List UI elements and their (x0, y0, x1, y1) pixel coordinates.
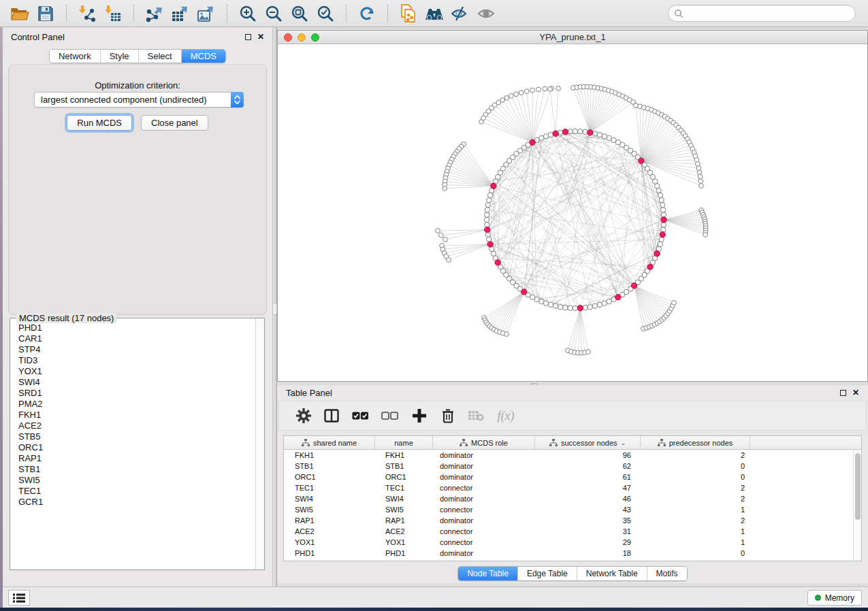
table-cell: 1 (641, 504, 750, 515)
criterion-value: largest connected component (undirected) (35, 95, 231, 105)
tab-select[interactable]: Select (138, 50, 181, 63)
import-table-button[interactable] (102, 3, 124, 24)
export-network-button[interactable] (144, 3, 165, 24)
result-node-item[interactable]: TID3 (11, 355, 255, 366)
result-node-item[interactable]: STB5 (11, 431, 255, 442)
table-scrollbar-thumb[interactable] (855, 453, 861, 520)
network-view[interactable] (278, 44, 867, 381)
hide-selected-button[interactable] (449, 3, 471, 24)
column-header-MCDS-role[interactable]: MCDS role (433, 436, 535, 449)
column-header-name[interactable]: name (375, 436, 433, 449)
zoom-out-button[interactable] (263, 3, 285, 24)
table-row[interactable]: RAP1RAP1dominator352 (284, 515, 853, 526)
table-settings-button[interactable] (290, 406, 317, 426)
close-panel-icon[interactable]: ✕ (852, 390, 859, 396)
select-all-button[interactable] (346, 406, 374, 426)
criterion-dropdown[interactable]: largest connected component (undirected) (34, 92, 244, 108)
search-field[interactable] (668, 5, 856, 22)
export-table-button[interactable] (170, 3, 191, 24)
table-cell: connector (433, 537, 535, 548)
result-node-item[interactable]: STB1 (11, 464, 255, 475)
deselect-all-button[interactable] (374, 406, 404, 426)
column-header-successor-nodes[interactable]: successor nodes⌄ (535, 436, 641, 449)
result-node-item[interactable]: PMA2 (11, 399, 255, 410)
result-node-item[interactable]: STP4 (11, 344, 255, 355)
table-cell: 0 (641, 461, 750, 472)
result-node-item[interactable]: SWI5 (11, 475, 255, 486)
zoom-selected-button[interactable] (315, 3, 336, 24)
column-header-predecessor-nodes[interactable]: predecessor nodes (641, 436, 750, 449)
tab-style[interactable]: Style (100, 50, 138, 63)
save-session-button[interactable] (35, 3, 57, 24)
float-panel-icon[interactable] (840, 390, 846, 396)
search-input[interactable] (684, 9, 850, 18)
result-node-item[interactable]: SRD1 (11, 388, 255, 399)
table-row[interactable]: ACE2ACE2connector311 (284, 526, 853, 537)
show-all-button[interactable] (475, 3, 497, 24)
toolbar-separator (227, 5, 227, 22)
table-row[interactable]: ORC1ORC1dominator610 (284, 472, 853, 482)
result-node-item[interactable]: RAP1 (11, 453, 255, 464)
delete-table-button[interactable] (462, 406, 490, 426)
table-row[interactable]: FKH1FKH1dominator962 (284, 450, 853, 461)
run-mcds-button[interactable]: Run MCDS (67, 115, 132, 131)
tab-motifs[interactable]: Motifs (647, 567, 687, 580)
table-row[interactable]: SWI4SWI4dominator462 (284, 493, 853, 504)
table-cell: dominator (433, 493, 535, 504)
table-cell: STB1 (375, 461, 433, 472)
table-row[interactable]: STB1STB1dominator620 (284, 461, 853, 472)
import-network-button[interactable] (76, 3, 98, 24)
close-panel-button[interactable]: Close panel (141, 115, 208, 131)
task-history-button[interactable] (8, 590, 30, 606)
mcds-result-group: MCDS result (17 nodes) PHD1CAR1STP4TID3Y… (10, 318, 265, 570)
tab-network-table[interactable]: Network Table (577, 567, 647, 580)
result-node-item[interactable]: SWI4 (11, 377, 255, 388)
minimize-window-icon[interactable] (298, 33, 306, 42)
tab-mcds[interactable]: MCDS (181, 50, 225, 63)
network-titlebar[interactable]: YPA_prune.txt_1 (278, 31, 867, 44)
close-panel-icon[interactable]: ✕ (257, 34, 264, 40)
open-file-button[interactable] (9, 3, 31, 24)
first-neighbors-button[interactable] (423, 3, 445, 24)
table-row[interactable]: TEC1TEC1connector472 (284, 482, 853, 493)
table-cell: 2 (641, 515, 750, 526)
result-node-item[interactable]: YOX1 (11, 366, 255, 377)
result-node-item[interactable]: FKH1 (11, 410, 255, 420)
create-column-button[interactable] (404, 406, 434, 426)
table-scrollbar[interactable] (853, 450, 861, 561)
result-node-item[interactable]: GCR1 (11, 497, 255, 508)
close-window-icon[interactable] (284, 33, 292, 42)
result-node-item[interactable]: ORC1 (11, 442, 255, 453)
delete-column-button[interactable] (434, 406, 462, 426)
result-node-item[interactable]: CAR1 (11, 333, 255, 344)
column-header-shared-name[interactable]: shared name (284, 436, 375, 449)
result-node-item[interactable]: TEC1 (11, 486, 255, 497)
result-node-item[interactable]: PHD1 (11, 323, 255, 333)
tab-node-table[interactable]: Node Table (458, 567, 517, 580)
mcds-result-list[interactable]: PHD1CAR1STP4TID3YOX1SWI4SRD1PMA2FKH1ACE2… (11, 323, 255, 569)
zoom-fit-button[interactable] (289, 3, 310, 24)
panel-splitter[interactable] (272, 27, 277, 587)
toolbar-separator (387, 5, 388, 22)
function-builder-button[interactable]: f(x) (490, 406, 521, 426)
memory-button[interactable]: Memory (807, 590, 862, 606)
tab-network[interactable]: Network (50, 50, 100, 63)
table-row[interactable]: SWI5SWI5connector431 (284, 504, 853, 515)
plus-icon (413, 409, 426, 423)
table-row[interactable]: YOX1YOX1connector291 (284, 537, 853, 548)
result-node-item[interactable]: ACE2 (11, 420, 255, 431)
apply-layout-button[interactable] (356, 3, 378, 24)
select-all-icon (352, 411, 369, 420)
result-scrollbar[interactable] (255, 318, 264, 569)
float-panel-icon[interactable] (245, 34, 251, 40)
tab-edge-table[interactable]: Edge Table (517, 567, 577, 580)
splitter-handle[interactable] (272, 303, 277, 315)
network-graph[interactable] (278, 44, 867, 381)
table-cell: 1 (641, 537, 750, 548)
show-columns-button[interactable] (317, 406, 346, 426)
zoom-in-button[interactable] (237, 3, 259, 24)
table-row[interactable]: PHD1PHD1dominator180 (284, 548, 853, 559)
export-image-button[interactable] (195, 3, 217, 24)
clone-network-button[interactable] (398, 3, 419, 24)
maximize-window-icon[interactable] (311, 33, 319, 42)
